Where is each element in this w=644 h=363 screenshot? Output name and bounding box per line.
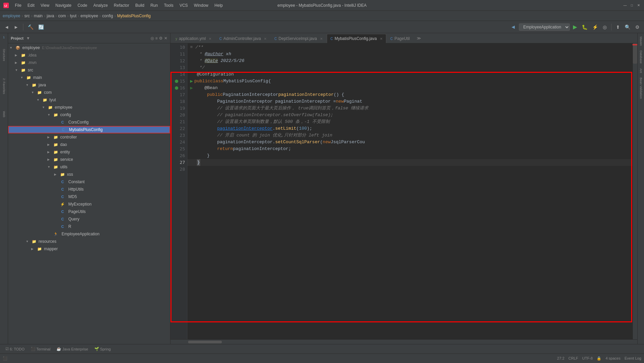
debug-button[interactable]: 🐛 [580,23,589,31]
close-tab-icon[interactable]: ✕ [264,37,267,41]
tree-item-resources[interactable]: ▼ 📁 resources [8,238,170,245]
minimize-button[interactable]: — [622,3,628,8]
run-gutter-icon2[interactable]: ▶ [190,85,193,91]
tree-item-dao[interactable]: ▶ 📁 dao [8,141,170,148]
menu-window[interactable]: Window [191,2,211,8]
close-button[interactable]: ✕ [636,3,641,8]
menu-build[interactable]: Build [133,2,147,8]
sidebar-icon-structure[interactable]: Structure [2,47,6,63]
breadcrumb-item-src[interactable]: src [24,14,30,18]
expand-button[interactable]: ≡ [155,36,158,41]
menu-help[interactable]: Help [212,2,226,8]
tree-item-config[interactable]: ▼ 📁 config [8,111,170,119]
vcs-button[interactable]: ⬆ [614,23,622,31]
tab-mybatisconfig[interactable]: C MybatisPlusConfig.java ✕ [327,34,386,43]
tree-item-utils[interactable]: ▼ 📁 utils [8,163,170,171]
breadcrumb-item-employee[interactable]: employee [3,14,20,18]
tree-item-main[interactable]: ▼ 📁 main [8,74,170,81]
menu-vcs[interactable]: VCS [177,2,191,8]
tree-item-employeeapp[interactable]: 🏃 EmployeeApplication [8,230,170,238]
tree-item-query[interactable]: C Query [8,215,170,223]
tree-item-employee-root[interactable]: ▼ 📦 employee E:\Dowload\JavaDemo\employe… [8,44,170,51]
lock-icon[interactable]: 🔒 [597,356,601,361]
breadcrumb-item-java[interactable]: java [47,14,54,18]
tree-item-r[interactable]: C R [8,223,170,230]
run-gutter-icon[interactable]: ▶ [190,78,193,85]
tab-application-yml[interactable]: y application.yml ✕ [172,34,215,43]
spring-tab[interactable]: 🌱 Spring [92,346,114,352]
menu-code[interactable]: Code [75,2,90,8]
breadcrumb-item-employee2[interactable]: employee [80,14,98,18]
tab-overflow-button[interactable]: ≫ [414,36,424,41]
menu-file[interactable]: File [12,2,24,8]
todo-tab[interactable]: ☑ 6: TODO [3,346,27,352]
tree-item-xss[interactable]: ▶ 📁 xss [8,171,170,178]
breadcrumb-item-com[interactable]: com [58,14,66,18]
bean-validation-panel-button[interactable]: Bean Validation [639,76,643,101]
indent-settings[interactable]: 4 spaces [605,356,620,361]
tab-deptserviceimpl[interactable]: C DeptServiceImpl.java ✕ [271,34,326,43]
coverage-button[interactable]: ⚡ [591,23,600,31]
forward-button[interactable]: ► [12,23,20,31]
tree-item-java[interactable]: ▼ 📁 java [8,81,170,89]
locate-button[interactable]: ◎ [151,36,154,41]
tree-item-employee-pkg[interactable]: ▼ 📁 employee [8,104,170,111]
scrollbar-track[interactable] [632,43,637,339]
tree-item-src[interactable]: ▼ 📁 src [8,66,170,74]
breadcrumb-item-config[interactable]: config [102,14,113,18]
terminal-tab[interactable]: ⬛ Terminal [28,346,53,352]
nav-back-button[interactable]: ◄ [509,23,518,31]
maximize-button[interactable]: □ [629,3,635,8]
maven-panel-button[interactable]: Maven [639,35,643,48]
cursor-position[interactable]: 27:2 [557,356,564,361]
tree-item-tyut[interactable]: ▼ 📁 tyut [8,96,170,104]
h-scrollbar-thumb[interactable] [188,341,222,343]
horizontal-scrollbar[interactable] [170,339,637,344]
settings-tree-button[interactable]: ⚙ [159,36,163,41]
tree-item-corsconfig[interactable]: C CorsConfig [8,119,170,126]
fold-icon[interactable]: ≡ [190,44,193,51]
close-tab-icon[interactable]: ✕ [380,37,383,41]
menu-refactor[interactable]: Refactor [111,2,132,8]
close-panel-button[interactable]: ✕ [164,36,167,41]
menu-navigate[interactable]: Navigate [53,2,74,8]
sync-button[interactable]: 🔄 [37,23,46,31]
tree-item-mvn[interactable]: ▶ 📁 .mvn [8,59,170,66]
settings-button[interactable]: ⚙ [634,23,641,31]
sidebar-icon-project[interactable]: 1 [2,35,6,40]
ant-panel-button[interactable]: Ant [639,66,643,75]
tree-item-httputils[interactable]: C HttpUtils [8,186,170,193]
line-ending[interactable]: CRLF [569,356,578,361]
sidebar-icon-web[interactable]: Web [2,110,6,119]
breadcrumb-item-main[interactable]: main [34,14,43,18]
scrollbar-thumb[interactable] [633,43,637,64]
tree-item-controller[interactable]: ▶ 📁 controller [8,133,170,141]
tree-item-service[interactable]: ▶ 📁 service [8,156,170,163]
tree-item-mapper[interactable]: ▶ 📁 mapper [8,245,170,253]
tree-item-mybatisconfig[interactable]: C MybatisPlusConfig [8,126,170,133]
menu-analyze[interactable]: Analyze [91,2,111,8]
run-indicator-icon[interactable] [175,86,178,90]
profile-button[interactable]: ◎ [601,23,608,31]
find-button[interactable]: 🔍 [623,23,632,31]
encoding[interactable]: UTF-8 [582,356,593,361]
tree-item-com[interactable]: ▼ 📁 com [8,89,170,96]
tab-pageutil[interactable]: C PageUtil [387,34,414,43]
sidebar-icon-favorites[interactable]: 2: Favorites [2,77,6,95]
breakpoint-icon[interactable] [175,80,178,83]
close-tab-icon[interactable]: ✕ [320,37,323,41]
tree-item-constant[interactable]: C Constant [8,178,170,186]
database-panel-button[interactable]: Database [639,48,643,66]
code-editor[interactable]: 10 11 12 13 14 15 16 17 18 19 20 21 22 [170,43,637,339]
menu-run[interactable]: Run [148,2,161,8]
menu-tools[interactable]: Tools [161,2,176,8]
menu-edit[interactable]: Edit [25,2,37,8]
breadcrumb-item-tyut[interactable]: tyut [70,14,76,18]
status-icon-left[interactable]: ⬛ [3,356,7,361]
code-content[interactable]: ≡ /** * @author xh * @Date 2022/5/26 */ [187,43,637,339]
menu-view[interactable]: View [38,2,52,8]
tree-item-myexception[interactable]: ⚡ MyException [8,200,170,208]
back-button[interactable]: ◄ [3,23,11,31]
close-tab-icon[interactable]: ✕ [209,37,211,41]
run-config-selector[interactable]: EmployeeApplication [519,23,570,31]
